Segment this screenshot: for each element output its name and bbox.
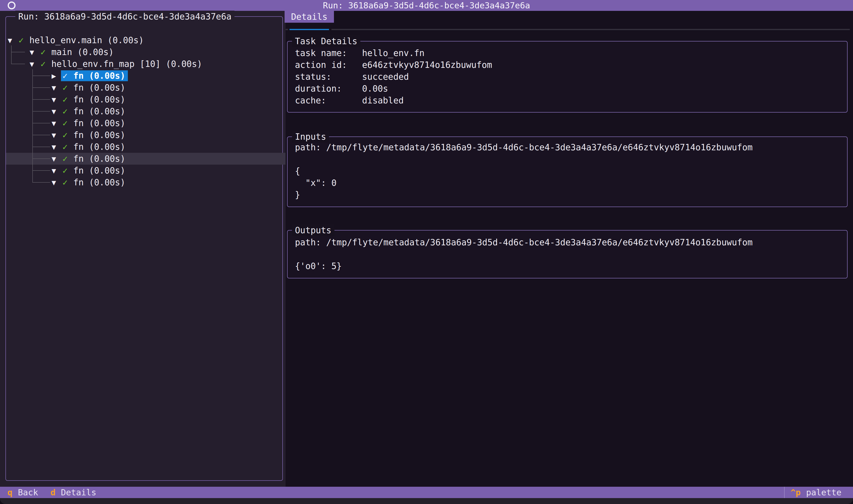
tree-panel-title: Run: 3618a6a9-3d5d-4d6c-bce4-3de3a4a37e6… (15, 11, 235, 22)
success-check-icon: ✓ (62, 178, 73, 187)
task-details-title: Task Details (292, 35, 360, 47)
field-value: e646ztvkyv8714o16zbuwufom (362, 59, 492, 71)
tree-row-fn[interactable]: ▼ ✓ fn (0.00s) (6, 141, 328, 153)
inputs-section: Inputs path: /tmp/flyte/metadata/3618a6a… (287, 137, 848, 207)
hotkey-ctrl-p: ^p (791, 487, 801, 497)
tab-underline (286, 29, 288, 30)
success-check-icon: ✓ (62, 71, 73, 81)
tab-details-label: Details (291, 12, 328, 22)
statusbar-separator (784, 487, 785, 498)
success-check-icon: ✓ (40, 59, 51, 69)
statusbar-left: q Back d Details (0, 487, 109, 497)
statusbar-details-action[interactable]: d Details (50, 487, 96, 497)
details-region: Details Task Details task name: hello_en… (286, 11, 853, 487)
tree-row-label: fn (0.00s) (73, 118, 125, 128)
field-value: hello_env.fn (362, 47, 424, 59)
expand-arrow-icon[interactable]: ▼ (52, 178, 62, 187)
expand-arrow-icon[interactable]: ▼ (30, 60, 40, 68)
field-label: duration: (295, 83, 362, 94)
run-tree-region: Run: 3618a6a9-3d5d-4d6c-bce4-3de3a4a37e6… (0, 11, 286, 487)
tree-row-fn[interactable]: ▼ ✓ fn (0.00s) (6, 117, 328, 129)
field-value: disabled (362, 94, 404, 106)
outputs-title: Outputs (292, 224, 334, 236)
tree-row-fn[interactable]: ▼ ✓ fn (0.00s) (6, 177, 328, 188)
tree-row-fn-hovered[interactable]: ▼ ✓ fn (0.00s) (6, 153, 328, 165)
inputs-title: Inputs (292, 131, 329, 143)
inputs-body: { "x": 0 } (295, 165, 337, 201)
window-bottom-edge (0, 498, 853, 504)
success-check-icon: ✓ (62, 142, 73, 152)
hotkey-label: Details (61, 487, 96, 497)
hotkey-d: d (50, 487, 55, 497)
tree-row-fn[interactable]: ▼ ✓ fn (0.00s) (6, 105, 328, 117)
hotkey-q: q (7, 487, 12, 497)
field-value: succeeded (362, 71, 409, 83)
tree-row-main[interactable]: ▼ ✓ main (0.00s) (6, 46, 306, 58)
inputs-path: path: /tmp/flyte/metadata/3618a6a9-3d5d-… (295, 141, 752, 153)
field-label: task name: (295, 47, 362, 59)
tab-active-indicator (290, 29, 329, 30)
titlebar: Run: 3618a6a9-3d5d-4d6c-bce4-3de3a4a37e6… (0, 0, 853, 11)
tree-row-fn[interactable]: ▼ ✓ fn (0.00s) (6, 93, 328, 105)
success-check-icon: ✓ (62, 94, 73, 104)
tree-row-label: fn (0.00s) (73, 166, 125, 176)
expand-arrow-icon[interactable]: ▼ (52, 143, 62, 151)
tree-row-label: fn (0.00s) (73, 94, 125, 104)
tree-row-label: main (0.00s) (51, 47, 114, 57)
field-cache: cache: disabled (295, 94, 404, 106)
tree-row-label: fn (0.00s) (73, 178, 125, 187)
expand-arrow-icon[interactable]: ▼ (8, 36, 19, 45)
success-check-icon: ✓ (62, 130, 73, 140)
tree-row-fn-map[interactable]: ▼ ✓ hello_env.fn_map [10] (0.00s) (6, 58, 306, 70)
success-check-icon: ✓ (19, 35, 29, 45)
field-label: action id: (295, 59, 362, 71)
tree-row-label: fn (0.00s) (73, 142, 125, 152)
window-title: Run: 3618a6a9-3d5d-4d6c-bce4-3de3a4a37e6… (0, 0, 853, 11)
field-task-name: task name: hello_env.fn (295, 47, 424, 59)
task-details-section: Task Details task name: hello_env.fn act… (287, 41, 848, 112)
tree-row-label: fn (0.00s) (73, 71, 125, 81)
expand-arrow-icon[interactable]: ▼ (52, 107, 62, 116)
expand-arrow-icon[interactable]: ▼ (52, 166, 62, 175)
field-label: status: (295, 71, 362, 83)
hotkey-label: Back (18, 487, 38, 497)
tree-connector-line (32, 69, 33, 182)
tree-row-label: fn (0.00s) (73, 106, 125, 116)
tree-row-fn[interactable]: ▼ ✓ fn (0.00s) (6, 165, 328, 177)
tree-row-fn-selected[interactable]: ▶ ✓fn (0.00s) (6, 70, 328, 82)
expand-arrow-icon[interactable]: ▼ (52, 155, 62, 163)
success-check-icon: ✓ (40, 47, 51, 57)
expand-arrow-icon[interactable]: ▼ (52, 119, 62, 128)
field-value: 0.00s (362, 83, 388, 94)
main-area: Run: 3618a6a9-3d5d-4d6c-bce4-3de3a4a37e6… (0, 11, 853, 487)
tab-details[interactable]: Details (285, 11, 334, 23)
field-status: status: succeeded (295, 71, 409, 83)
tree-row-hello-env-main[interactable]: ▼ ✓ hello_env.main (0.00s) (6, 34, 284, 46)
tree-row-fn[interactable]: ▼ ✓ fn (0.00s) (6, 129, 328, 141)
expand-arrow-icon[interactable]: ▼ (30, 48, 40, 56)
expand-arrow-icon[interactable]: ▼ (52, 131, 62, 140)
tree-row-label: fn (0.00s) (73, 154, 125, 164)
app-window: Run: 3618a6a9-3d5d-4d6c-bce4-3de3a4a37e6… (0, 0, 853, 504)
success-check-icon: ✓ (62, 154, 73, 164)
hotkey-label: palette (806, 487, 841, 497)
task-tree: ▼ ✓ hello_env.main (0.00s) ▼ ✓ main (0.0… (6, 28, 283, 491)
success-check-icon: ✓ (62, 106, 73, 116)
success-check-icon: ✓ (62, 83, 73, 93)
outputs-path: path: /tmp/flyte/metadata/3618a6a9-3d5d-… (295, 236, 752, 248)
statusbar-back-action[interactable]: q Back (7, 487, 38, 497)
expand-arrow-icon[interactable]: ▼ (52, 95, 62, 104)
tree-row-fn[interactable]: ▼ ✓ fn (0.00s) (6, 82, 328, 93)
selected-row-highlight: ✓fn (0.00s) (61, 70, 128, 81)
tab-underline (331, 29, 850, 30)
tree-row-label: hello_env.fn_map [10] (0.00s) (51, 59, 202, 69)
statusbar-palette-action[interactable]: ^p palette (791, 487, 841, 498)
expand-arrow-icon[interactable]: ▼ (52, 84, 62, 92)
field-label: cache: (295, 94, 362, 106)
outputs-section: Outputs path: /tmp/flyte/metadata/3618a6… (287, 230, 848, 278)
field-action-id: action id: e646ztvkyv8714o16zbuwufom (295, 59, 492, 71)
tree-connector-line (11, 46, 12, 64)
outputs-body: {'o0': 5} (295, 260, 342, 272)
success-check-icon: ✓ (62, 166, 73, 176)
tree-row-label: fn (0.00s) (73, 130, 125, 140)
